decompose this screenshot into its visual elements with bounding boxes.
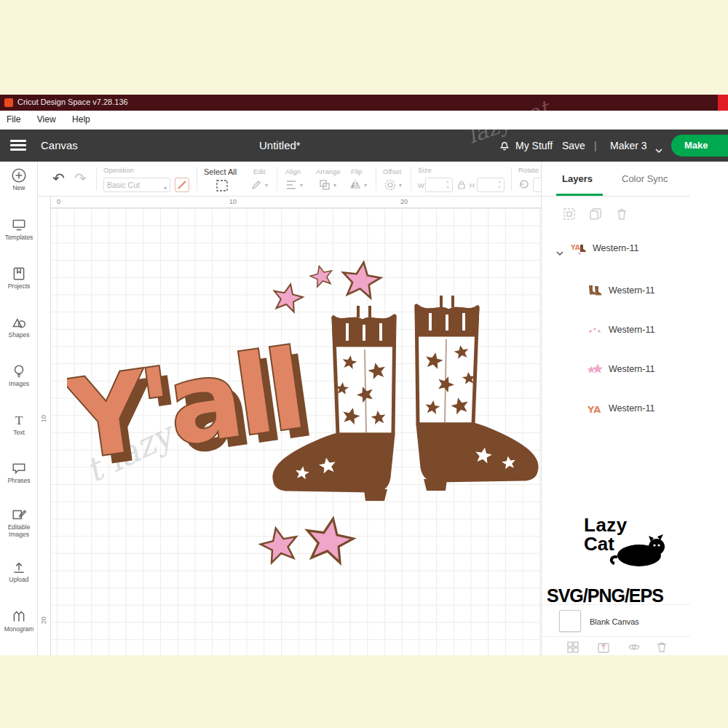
chevron-down-icon	[655, 143, 662, 157]
sidebar-label: Images	[0, 381, 38, 388]
monogram-icon	[11, 609, 27, 625]
phrases-icon	[11, 460, 27, 476]
export-icon[interactable]	[597, 641, 610, 657]
ruler-number: 20	[400, 198, 408, 205]
page-background: lazy cat Cricut Design Space v7.28.136 F…	[0, 0, 728, 728]
edit-pencil-icon[interactable]	[250, 179, 262, 194]
menu-help[interactable]: Help	[66, 111, 97, 128]
sidebar-item-phrases[interactable]: Phrases	[0, 460, 38, 485]
svg-text:YA: YA	[571, 244, 580, 251]
sidebar-label: New	[0, 185, 38, 192]
sidebar-item-text[interactable]: T Text	[0, 412, 38, 437]
tab-layers[interactable]: Layers	[562, 162, 593, 197]
align-icon[interactable]	[285, 179, 297, 194]
color-swatch[interactable]	[175, 178, 189, 192]
select-all-label[interactable]: Select All	[204, 167, 237, 176]
layer-row-boots[interactable]: Western-11	[542, 282, 690, 301]
undo-icon[interactable]: ↶	[52, 170, 65, 187]
pink-star	[340, 261, 382, 298]
notifications-bell-icon[interactable]	[498, 139, 511, 155]
layers-panel: Layers Color Sync	[541, 162, 690, 655]
arrange-icon[interactable]	[319, 179, 331, 194]
canvas-label: Canvas	[41, 130, 78, 162]
menu-bar: File View Help	[0, 111, 728, 130]
blank-canvas-swatch[interactable]	[559, 610, 581, 632]
header-divider: |	[594, 130, 597, 162]
chevron-down-icon: ▾	[333, 182, 336, 189]
menu-file[interactable]: File	[0, 111, 27, 128]
sidebar-label: Monogram	[0, 626, 38, 633]
chevron-down-icon: ▾	[300, 182, 303, 189]
app-window: Cricut Design Space v7.28.136 File View …	[0, 95, 728, 655]
sidebar-item-images[interactable]: Images	[0, 363, 38, 388]
ruler-number: 10	[229, 198, 237, 205]
pink-star	[271, 281, 305, 313]
size-label: Size	[418, 166, 431, 174]
blank-canvas-row[interactable]: Blank Canvas	[542, 604, 690, 636]
delete-icon[interactable]	[614, 207, 629, 224]
layer-thumbnail: YA	[571, 242, 587, 259]
arrange-label: Arrange	[316, 167, 341, 175]
sidebar-item-monogram[interactable]: Monogram	[0, 609, 38, 633]
eye-icon[interactable]	[628, 641, 641, 657]
sidebar-label: Templates	[0, 234, 38, 242]
save-button[interactable]: Save	[562, 130, 585, 162]
canvas-artwork[interactable]: Y'all Y'all	[67, 261, 547, 596]
my-stuff-link[interactable]: My Stuff	[515, 130, 553, 162]
shapes-icon	[11, 314, 27, 331]
layer-name: Western-11	[609, 364, 654, 374]
document-title[interactable]: Untitled*	[259, 130, 301, 162]
layer-group-row[interactable]: YA Western-11	[542, 240, 690, 259]
layer-name: Western-11	[609, 325, 654, 335]
sidebar-item-templates[interactable]: Templates	[0, 217, 38, 242]
ruler-number: 10	[40, 415, 47, 422]
height-field[interactable]: ▴▾	[477, 178, 505, 192]
cat-logo-icon	[609, 528, 670, 573]
content-column: ↶ ↷ Operation Basic Cut ▾ Select All	[38, 162, 579, 655]
layer-row-letters[interactable]: YA Western-11	[542, 400, 690, 419]
sidebar-item-shapes[interactable]: Shapes	[0, 314, 38, 339]
redo-icon[interactable]: ↷	[74, 170, 87, 187]
main-area: New Templates Projects Shapes Images	[0, 162, 728, 655]
lock-icon[interactable]	[457, 180, 466, 193]
layer-thumbnail	[587, 323, 603, 341]
width-label: W	[418, 181, 424, 189]
sidebar-label: Text	[0, 430, 38, 437]
rotate-icon[interactable]	[518, 179, 529, 193]
trash-icon[interactable]	[655, 641, 668, 657]
ruler-corner	[38, 197, 51, 208]
sidebar-label: Phrases	[0, 478, 38, 485]
edit-toolbar: ↶ ↷ Operation Basic Cut ▾ Select All	[38, 162, 579, 197]
chevron-down-icon: ▾	[265, 182, 268, 189]
sidebar-item-new[interactable]: New	[0, 167, 38, 192]
layer-row-dots[interactable]: Western-11	[542, 322, 690, 341]
select-all-icon[interactable]	[215, 179, 229, 195]
offset-label: Offset	[383, 167, 401, 175]
cowboy-boot-right[interactable]	[416, 296, 537, 491]
layer-row-stars[interactable]: Western-11	[542, 361, 690, 380]
duplicate-icon[interactable]	[588, 207, 603, 224]
width-field[interactable]: ▴▾	[425, 178, 453, 192]
group-icon[interactable]	[562, 207, 577, 224]
active-tab-underline	[556, 194, 603, 196]
chevron-down-icon[interactable]	[556, 246, 563, 259]
sidebar-item-editable-images[interactable]: Editable Images	[0, 507, 38, 539]
blank-canvas-label: Blank Canvas	[590, 617, 639, 626]
window-close-button[interactable]	[718, 95, 728, 111]
chevron-down-icon: ▾	[364, 182, 367, 189]
design-canvas[interactable]: t lazy cat Y'all Y'all	[51, 208, 574, 655]
logo-formats-text: SVG/PNG/EPS	[547, 585, 663, 606]
horizontal-ruler: 0 10 20 30	[38, 197, 579, 208]
operation-select[interactable]: Basic Cut ▾	[103, 178, 170, 192]
layer-group-name: Western-11	[593, 243, 638, 253]
make-it-button[interactable]: Make	[671, 135, 728, 157]
menu-view[interactable]: View	[31, 111, 63, 128]
hamburger-menu-icon[interactable]	[10, 140, 26, 151]
grid-view-icon[interactable]	[566, 641, 579, 657]
flip-icon[interactable]	[349, 179, 361, 194]
sidebar-item-upload[interactable]: Upload	[0, 559, 38, 584]
machine-selector[interactable]: Maker 3	[610, 130, 647, 162]
tab-color-sync[interactable]: Color Sync	[622, 162, 668, 197]
sidebar-item-projects[interactable]: Projects	[0, 266, 38, 290]
offset-icon[interactable]	[384, 179, 396, 194]
